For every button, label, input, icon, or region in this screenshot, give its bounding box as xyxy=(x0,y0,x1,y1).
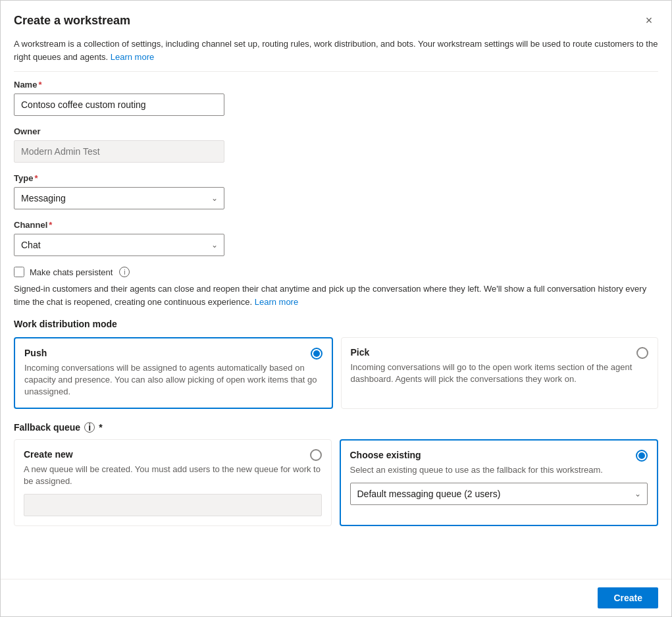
work-distribution-title: Work distribution mode xyxy=(14,319,658,329)
create-new-card-title: Create new xyxy=(24,449,322,460)
create-new-input-placeholder xyxy=(24,494,322,516)
name-field-group: Name* xyxy=(14,80,658,116)
choose-existing-card-description: Select an existing queue to use as the f… xyxy=(350,464,648,476)
close-button[interactable]: × xyxy=(640,11,658,30)
modal-footer: Create xyxy=(1,579,671,616)
channel-label: Channel* xyxy=(14,220,658,230)
push-card-description: Incoming conversations will be assigned … xyxy=(24,362,323,398)
name-input[interactable] xyxy=(14,94,224,116)
push-card[interactable]: Push Incoming conversations will be assi… xyxy=(14,337,333,409)
work-distribution-group: Work distribution mode Push Incoming con… xyxy=(14,319,658,409)
choose-existing-card-radio[interactable] xyxy=(636,450,648,462)
type-select-wrapper: Messaging Voice Chat ⌄ xyxy=(14,187,224,209)
queue-select[interactable]: Default messaging queue (2 users) xyxy=(350,483,648,505)
persistent-learn-more-link[interactable]: Learn more xyxy=(255,297,298,307)
push-card-radio[interactable] xyxy=(311,348,323,360)
create-workstream-modal: Create a workstream × A workstream is a … xyxy=(0,0,672,617)
choose-existing-card[interactable]: Choose existing Select an existing queue… xyxy=(340,439,659,526)
create-new-card-radio[interactable] xyxy=(310,449,322,461)
owner-label: Owner xyxy=(14,126,658,136)
pick-card-description: Incoming conversations will go to the op… xyxy=(351,362,649,385)
type-field-group: Type* Messaging Voice Chat ⌄ xyxy=(14,173,658,209)
modal-description: A workstream is a collection of settings… xyxy=(14,38,658,72)
type-label: Type* xyxy=(14,173,658,183)
owner-field-group: Owner xyxy=(14,126,658,163)
pick-card[interactable]: Pick Incoming conversations will go to t… xyxy=(341,337,659,409)
persistent-description: Signed-in customers and their agents can… xyxy=(14,282,658,308)
modal-body: A workstream is a collection of settings… xyxy=(1,38,671,579)
make-chats-persistent-group: Make chats persistent i Signed-in custom… xyxy=(14,267,658,308)
owner-input[interactable] xyxy=(14,140,224,163)
channel-field-group: Channel* Chat Facebook SMS WhatsApp ⌄ xyxy=(14,220,658,256)
choose-existing-card-title: Choose existing xyxy=(350,450,648,460)
name-label: Name* xyxy=(14,80,658,90)
persistent-info-icon: i xyxy=(119,267,130,277)
make-chats-persistent-label[interactable]: Make chats persistent xyxy=(30,267,113,277)
work-distribution-cards: Push Incoming conversations will be assi… xyxy=(14,337,658,409)
pick-card-radio[interactable] xyxy=(636,347,648,359)
fallback-queue-info-icon: i xyxy=(84,422,95,433)
channel-select[interactable]: Chat Facebook SMS WhatsApp xyxy=(14,234,224,256)
fallback-queue-title: Fallback queue xyxy=(14,422,80,433)
fallback-queue-label-row: Fallback queue i * xyxy=(14,422,658,433)
description-learn-more-link[interactable]: Learn more xyxy=(111,52,154,62)
create-button[interactable]: Create xyxy=(598,587,658,608)
make-chats-persistent-checkbox[interactable] xyxy=(14,267,24,277)
fallback-queue-group: Fallback queue i * Create new A new queu… xyxy=(14,422,658,526)
push-card-title: Push xyxy=(24,348,323,358)
modal-header: Create a workstream × xyxy=(1,1,671,38)
fallback-queue-cards: Create new A new queue will be created. … xyxy=(14,439,658,526)
pick-card-title: Pick xyxy=(351,347,649,358)
make-chats-persistent-row: Make chats persistent i xyxy=(14,267,658,277)
modal-title: Create a workstream xyxy=(14,14,130,28)
channel-select-wrapper: Chat Facebook SMS WhatsApp ⌄ xyxy=(14,234,224,256)
create-new-card-description: A new queue will be created. You must ad… xyxy=(24,464,322,487)
create-new-card[interactable]: Create new A new queue will be created. … xyxy=(14,439,332,526)
queue-select-wrapper: Default messaging queue (2 users) ⌄ xyxy=(350,483,648,505)
type-select[interactable]: Messaging Voice Chat xyxy=(14,187,224,209)
